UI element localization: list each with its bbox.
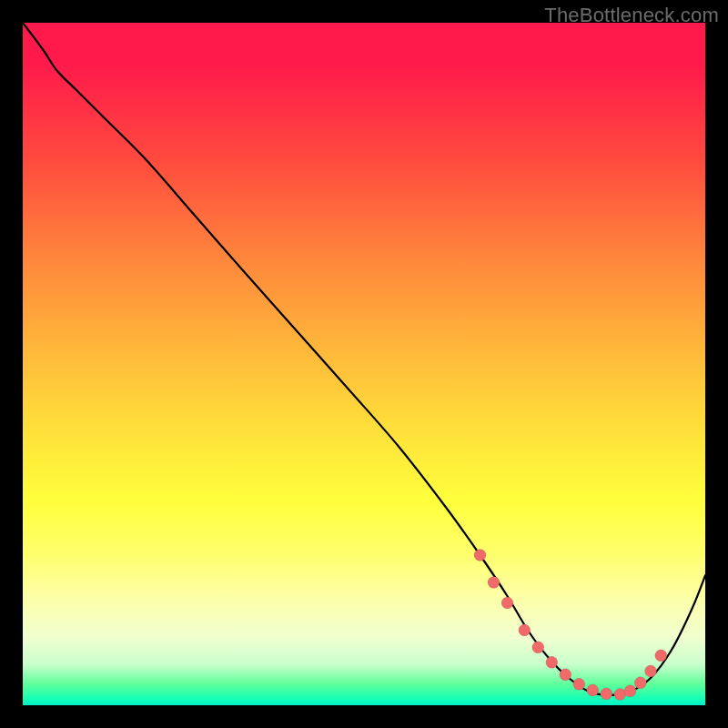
plot-area <box>23 23 705 705</box>
data-point-dot <box>601 688 612 700</box>
curve-layer <box>23 23 705 705</box>
data-point-dot <box>573 678 585 690</box>
data-point-dot <box>645 665 657 677</box>
data-point-dot <box>634 677 646 689</box>
data-point-dot <box>488 577 500 589</box>
data-point-dot <box>587 684 599 696</box>
data-point-dot <box>532 642 544 653</box>
data-point-dot <box>501 597 513 609</box>
data-point-dot <box>655 650 667 662</box>
chart-frame: TheBottleneck.com <box>0 0 728 728</box>
data-point-dot <box>624 685 636 697</box>
main-curve <box>23 23 705 695</box>
data-point-dot <box>560 669 571 681</box>
data-point-dot <box>519 624 531 636</box>
data-point-dot <box>546 656 558 668</box>
watermark-text: TheBottleneck.com <box>544 4 719 27</box>
marker-group <box>474 550 667 701</box>
data-point-dot <box>474 550 486 561</box>
